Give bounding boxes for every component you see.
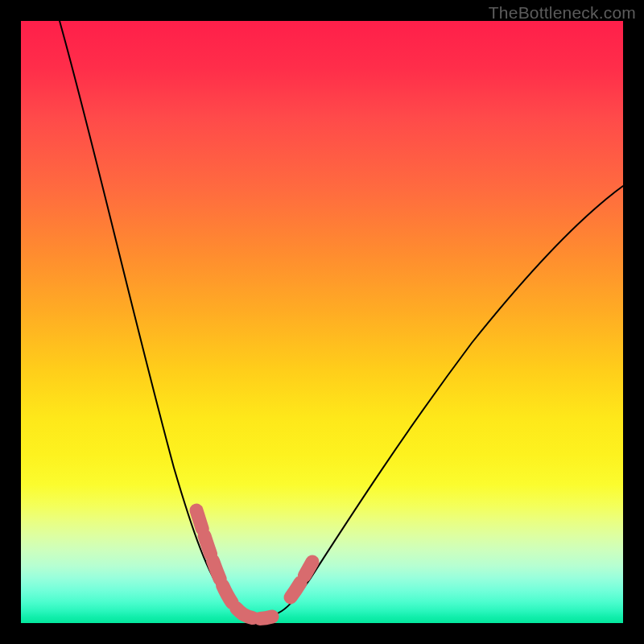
watermark-text: TheBottleneck.com	[489, 3, 636, 23]
curve-path	[60, 21, 623, 618]
highlight-left	[196, 510, 272, 618]
highlight-right	[291, 562, 312, 597]
chart-frame: TheBottleneck.com	[0, 0, 644, 644]
bottleneck-curve	[21, 21, 623, 623]
